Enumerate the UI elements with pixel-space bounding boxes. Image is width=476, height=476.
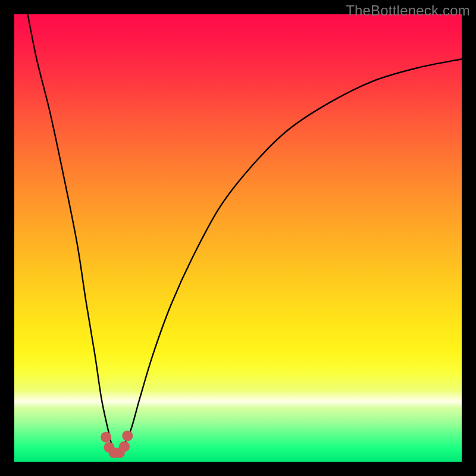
bottleneck-floor-dots bbox=[101, 430, 133, 458]
marker-dot bbox=[101, 432, 111, 443]
bottleneck-chart bbox=[14, 14, 462, 462]
marker-dot bbox=[122, 430, 133, 441]
bottleneck-curve-path bbox=[28, 14, 462, 453]
marker-dot bbox=[119, 441, 130, 452]
watermark-text: TheBottleneck.com bbox=[346, 2, 470, 19]
